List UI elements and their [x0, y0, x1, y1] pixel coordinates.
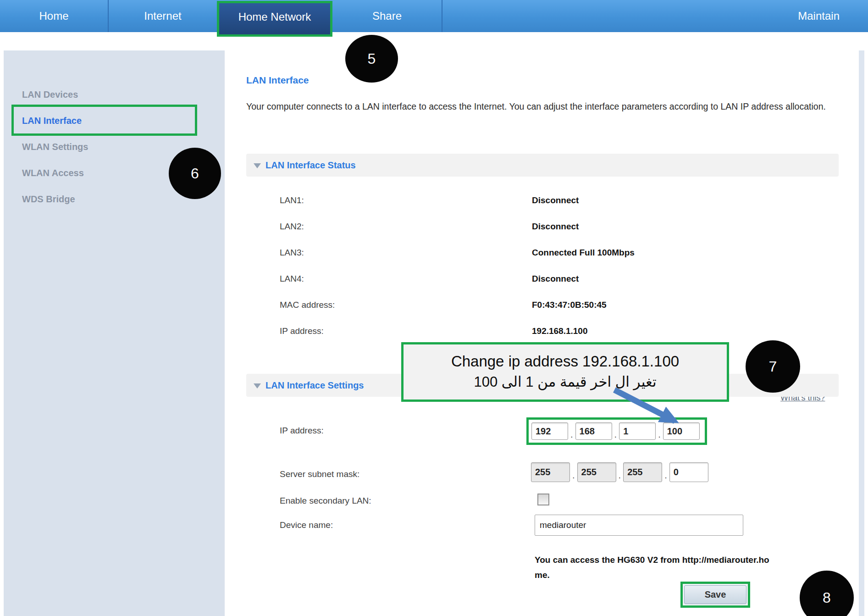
ip-octet-1-input[interactable]	[531, 422, 568, 440]
subnet-fields: . . .	[531, 462, 708, 482]
tab-maintain[interactable]: Maintain	[798, 0, 868, 32]
ip-octet-3-input[interactable]	[619, 422, 656, 440]
status-label: IP address:	[280, 326, 532, 336]
tab-internet[interactable]: Internet	[109, 0, 217, 32]
callout-step-7: 7	[746, 340, 800, 393]
status-value: 192.168.1.100	[532, 326, 588, 336]
status-value: Disconnect	[532, 222, 579, 232]
page-description: Your computer connects to a LAN interfac…	[246, 99, 842, 114]
access-note-line2: me.	[535, 567, 769, 583]
enable-secondary-lan-label: Enable secondary LAN:	[280, 496, 371, 506]
subnet-octet-1-input[interactable]	[531, 462, 570, 482]
save-button[interactable]: Save	[684, 585, 746, 604]
collapse-triangle-icon	[254, 163, 261, 168]
status-value: F0:43:47:0B:50:45	[532, 300, 607, 310]
status-value: Disconnect	[532, 195, 579, 205]
status-label: LAN2:	[280, 222, 532, 232]
right-edge-strip	[859, 50, 864, 616]
tab-home[interactable]: Home	[0, 0, 109, 32]
access-note-line1: You can access the HG630 V2 from http://…	[535, 552, 769, 567]
annotation-note-line2: تغير ال اخر قيمة من 1 الى 100	[474, 372, 656, 393]
subnet-octet-2-input[interactable]	[577, 462, 616, 482]
main-content: LAN Interface Your computer connects to …	[225, 49, 868, 616]
callout-step-5: 5	[345, 35, 398, 83]
status-row-lan1: LAN1: Disconnect	[246, 187, 842, 213]
octet-separator: .	[614, 429, 617, 440]
annotation-highlight-save: Save	[680, 582, 750, 608]
tab-home-network[interactable]: Home Network	[217, 1, 332, 37]
access-note: You can access the HG630 V2 from http://…	[535, 552, 769, 583]
octet-separator: .	[619, 470, 621, 481]
annotation-highlight-ip-fields: . . .	[526, 417, 707, 445]
annotation-note-line1: Change ip address 192.168.1.100	[451, 351, 679, 372]
status-label: LAN3:	[280, 248, 532, 258]
tab-share[interactable]: Share	[332, 0, 442, 32]
status-row-lan2: LAN2: Disconnect	[246, 213, 842, 239]
subnet-octet-4-input[interactable]	[669, 462, 708, 482]
status-rows: LAN1: Disconnect LAN2: Disconnect LAN3: …	[246, 187, 842, 344]
subnet-octet-3-input[interactable]	[623, 462, 662, 482]
status-value: Connected Full 100Mbps	[532, 248, 635, 258]
status-label: LAN4:	[280, 274, 532, 284]
ip-octet-2-input[interactable]	[575, 422, 612, 440]
octet-separator: .	[664, 470, 667, 481]
status-row-lan4: LAN4: Disconnect	[246, 266, 842, 292]
callout-step-6: 6	[169, 148, 221, 199]
status-label: MAC address:	[280, 300, 532, 310]
section-title: LAN Interface Status	[265, 160, 356, 171]
sidebar: LAN Devices LAN Interface WLAN Settings …	[4, 50, 225, 616]
section-title: LAN Interface Settings	[265, 380, 364, 391]
device-name-label: Device name:	[280, 520, 333, 530]
sidebar-item-lan-devices[interactable]: LAN Devices	[4, 82, 225, 108]
status-row-mac: MAC address: F0:43:47:0B:50:45	[246, 292, 842, 318]
collapse-triangle-icon	[254, 383, 261, 388]
ip-octet-4-input[interactable]	[663, 422, 700, 440]
subnet-mask-label: Server subnet mask:	[280, 469, 359, 479]
status-value: Disconnect	[532, 274, 579, 284]
enable-secondary-lan-checkbox[interactable]	[537, 494, 549, 505]
octet-separator: .	[572, 470, 575, 481]
sidebar-item-lan-interface[interactable]: LAN Interface	[4, 108, 225, 134]
octet-separator: .	[570, 429, 573, 440]
top-navigation: Home Internet Home Network Share Maintai…	[0, 0, 868, 32]
section-header-lan-interface-status[interactable]: LAN Interface Status	[246, 154, 839, 177]
octet-separator: .	[658, 429, 661, 440]
device-name-input[interactable]	[535, 515, 743, 536]
status-row-ip: IP address: 192.168.1.100	[246, 318, 842, 344]
ip-address-label: IP address:	[280, 426, 324, 436]
annotation-note-box: Change ip address 192.168.1.100 تغير ال …	[401, 342, 729, 402]
status-label: LAN1:	[280, 195, 532, 205]
page-title: LAN Interface	[246, 75, 309, 86]
status-row-lan3: LAN3: Connected Full 100Mbps	[246, 239, 842, 266]
